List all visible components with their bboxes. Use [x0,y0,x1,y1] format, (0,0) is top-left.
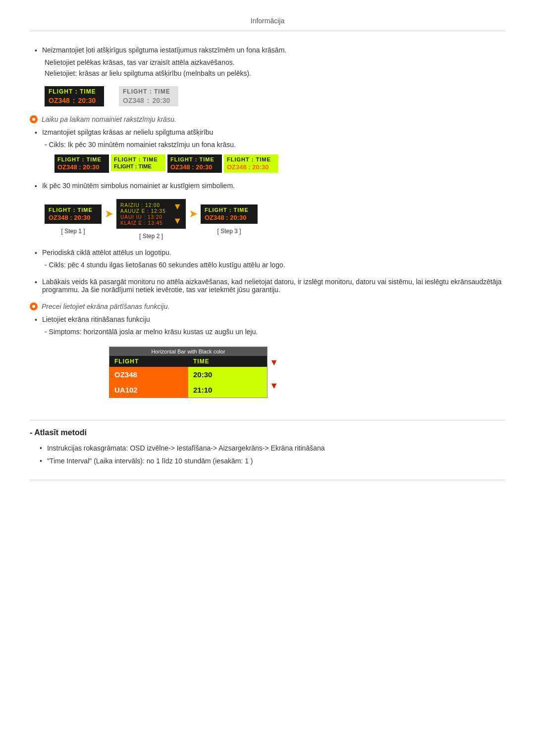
step3-header: FLIGHT : TIME [205,207,254,213]
cb4-data: OZ348 : 20:30 [227,163,275,171]
cb1-header: FLIGHT : TIME [57,156,106,162]
hbar-title: Horizontal Bar with Black color [109,347,267,356]
cycling-box-1: FLIGHT : TIME OZ348 : 20:30 [54,154,109,173]
step-1-label: [ Step 1 ] [61,228,85,235]
flight-dark-header: FLIGHT : TIME [49,88,100,95]
hbar-data-row-2: UA102 21:10 [109,382,267,398]
bullet-content-2: Izmantojiet spilgtas krāsas ar nelielu s… [42,128,505,137]
hbar-wrapper: Horizontal Bar with Black color FLIGHT T… [109,347,268,398]
cb3-header: FLIGHT : TIME [170,156,219,162]
step1-data: OZ348 : 20:30 [49,214,98,221]
bullet-content-6: Lietojiet ekrāna ritināšanas funkciju [42,315,505,324]
cikls-text-1: - Cikls: Ik pēc 30 minūtēm nomainiet rak… [45,141,505,149]
step-3-box: FLIGHT : TIME OZ348 : 20:30 [201,204,258,224]
flight-dark-data: OZ348 : 20:30 [49,97,100,104]
bullet-text-4: Periodiskā ciklā attēlot attēlus un logo… [42,249,505,256]
cb2-data: FLIGHT : TIME [114,163,162,169]
hbar-header-1: FLIGHT [109,356,188,367]
page-header: Informācija [30,10,505,31]
hbar-data-row-1: OZ348 20:30 [109,367,267,382]
bullet-item-1: • Neizmantojiet ļoti atšķirīgus spilgtum… [30,46,505,54]
cb3-data: OZ348 : 20:30 [170,163,219,171]
cycling-box-3: FLIGHT : TIME OZ348 : 20:30 [167,154,222,173]
step-1-box: FLIGHT : TIME OZ348 : 20:30 [45,204,102,224]
page-container: Informācija • Neizmantojiet ļoti atšķirī… [0,0,535,500]
step2-row1b: AAUUZ E : 12:35 [120,208,166,214]
atlasit-bullet-2: • "Time Interval" (Laika intervāls): no … [30,457,505,465]
atlasit-bullet-1: • Instrukcijas rokasgrāmata: OSD izvēlne… [30,444,505,452]
bullet-text-2: Izmantojiet spilgtas krāsas ar nelielu s… [42,128,505,136]
sub-text-2: Nelietojiet: krāsas ar lielu spilgtuma a… [45,69,505,77]
flight-box-light: FLIGHT : TIME OZ348 : 20:30 [119,86,178,106]
italic-note-text-1: Laiku pa laikam nomainiet rakstzīmju krā… [42,115,176,123]
atlasit-section: - Atlasīt metodi • Instrukcijas rokasgrā… [30,420,505,465]
bullet-item-6: • Lietojiet ekrāna ritināšanas funkciju [30,315,505,324]
bullet-text-6: Lietojiet ekrāna ritināšanas funkciju [42,315,505,323]
bullet-item-3: • Ik pēc 30 minūtēm simbolus nomainiet a… [30,182,505,190]
hbar-cell-2-2: 21:10 [188,382,267,398]
step-3-block: FLIGHT : TIME OZ348 : 20:30 [ Step 3 ] [201,204,258,235]
bullet-item-5: • Labākais veids kā pasargāt monitoru no… [30,278,505,294]
step-1-block: FLIGHT : TIME OZ348 : 20:30 [ Step 1 ] [45,204,102,235]
bullet-dot-4: • [35,249,37,257]
bullet-content-1: Neizmantojiet ļoti atšķirīgus spilgtuma … [42,46,505,54]
step1-header: FLIGHT : TIME [49,207,98,213]
hbar-cell-1-2: 20:30 [188,367,267,382]
cycling-box-4: FLIGHT : TIME OZ348 : 20:30 [224,154,278,173]
atlasit-title: - Atlasīt metodi [30,428,505,437]
italic-note-2: Precei lietojiet ekrāna pārtīšanas funkc… [30,302,505,310]
bullet-text-3: Ik pēc 30 minūtēm simbolus nomainiet ar … [42,182,505,190]
section-3: • Ik pēc 30 minūtēm simbolus nomainiet a… [30,182,505,240]
bullet-item-2: • Izmantojiet spilgtas krāsas ar nelielu… [30,128,505,137]
step-2-label: [ Step 2 ] [139,233,163,240]
sub-text-1: Nelietojiet pelēkas krāsas, tas var izra… [45,58,505,66]
hbar-header-row: FLIGHT TIME [109,356,267,367]
bullet-content-3: Ik pēc 30 minūtēm simbolus nomainiet ar … [42,182,505,190]
orange-circle-icon-1 [30,115,38,123]
flight-light-data: OZ348 : 20:30 [123,97,174,104]
atlasit-text-2: "Time Interval" (Laika intervāls): no 1 … [47,457,253,465]
bullet-dot-6: • [35,316,37,324]
bullet-content-5: Labākais veids kā pasargāt monitoru no a… [42,278,505,294]
atlasit-dot-2: • [40,457,42,465]
hbar-cell-1-1: OZ348 [109,367,188,382]
section-4: • Periodiskā ciklā attēlot attēlus un lo… [30,249,505,269]
italic-note-1: Laiku pa laikam nomainiet rakstzīmju krā… [30,115,505,123]
hbar-header-2: TIME [188,356,267,367]
bullet-dot-5: • [35,278,37,294]
hbar-cell-2-1: UA102 [109,382,188,398]
bullet-content-4: Periodiskā ciklā attēlot attēlus un logo… [42,249,505,257]
cikls-text-2: - Cikls: pēc 4 stundu ilgas lietošanas 6… [45,261,505,269]
flight-box-dark: FLIGHT : TIME OZ348 : 20:30 [45,86,104,106]
italic-note-text-2: Precei lietojiet ekrāna pārtīšanas funkc… [42,302,169,310]
step-2-block: RAIZIU : 12:00 AAUUZ E : 12:35 UAUI IU :… [116,199,186,240]
hbar-container: Horizontal Bar with Black color FLIGHT T… [109,347,268,398]
bullet-text-5: Labākais veids kā pasargāt monitoru no a… [42,278,505,294]
flight-examples: FLIGHT : TIME OZ348 : 20:30 FLIGHT : TIM… [45,86,505,106]
cb4-header: FLIGHT : TIME [227,156,275,162]
flight-light-header: FLIGHT : TIME [123,88,174,95]
bottom-separator [30,480,505,480]
simptoms-text: - Simptoms: horizontālā josla ar melno k… [45,328,505,336]
side-arrows: ▼ ▼ [269,357,278,391]
bullet-text-1: Neizmantojiet ļoti atšķirīgus spilgtuma … [42,46,505,54]
step-3-label: [ Step 3 ] [217,228,241,235]
step-2-box: RAIZIU : 12:00 AAUUZ E : 12:35 UAUI IU :… [116,199,186,229]
section-5: • Labākais veids kā pasargāt monitoru no… [30,278,505,294]
arrow-2: ➤ [189,207,198,220]
bullet-dot-1: • [35,47,37,54]
cycling-examples: FLIGHT : TIME OZ348 : 20:30 FLIGHT : TIM… [54,154,505,173]
section-2: • Izmantojiet spilgtas krāsas ar nelielu… [30,128,505,173]
section-6: • Lietojiet ekrāna ritināšanas funkciju … [30,315,505,406]
header-title: Informācija [251,17,284,25]
down-arrow-2: ▼ [173,216,182,226]
arrow-1: ➤ [105,207,113,220]
step-sequence: FLIGHT : TIME OZ348 : 20:30 [ Step 1 ] ➤… [45,199,505,240]
bullet-dot-2: • [35,129,37,137]
step2-row1a: RAIZIU : 12:00 [120,202,166,208]
atlasit-text-1: Instrukcijas rokasgrāmata: OSD izvēlne->… [47,444,325,452]
cb1-data: OZ348 : 20:30 [57,163,106,171]
orange-circle-icon-2 [30,302,38,310]
down-arrow-red-2: ▼ [269,381,278,391]
step3-data: OZ348 : 20:30 [205,214,254,221]
